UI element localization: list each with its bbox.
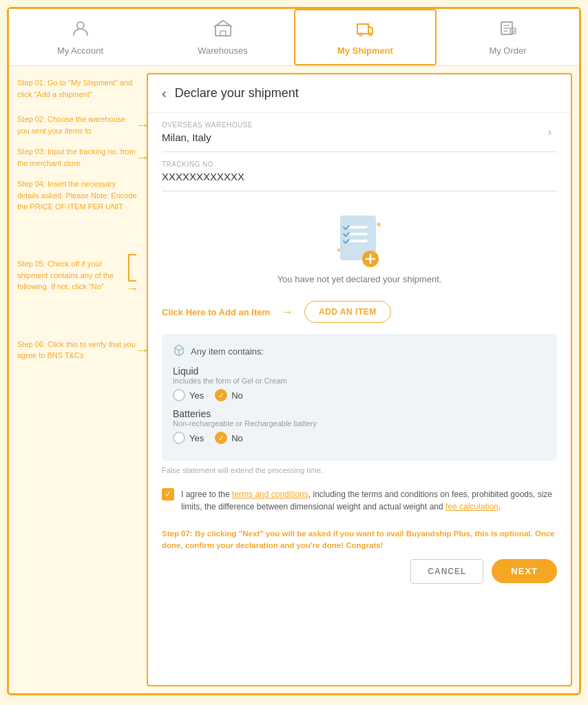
batteries-no-circle	[215, 432, 227, 444]
batteries-yes-option[interactable]: Yes	[173, 432, 204, 444]
svg-rect-10	[348, 240, 368, 242]
nav-item-my-order[interactable]: My Order	[437, 9, 579, 65]
empty-state: You have not yet declared your shipment.	[148, 191, 571, 301]
liquid-no-option[interactable]: No	[215, 389, 243, 401]
batteries-sub: Non-rechargeable or Rechargeable battery	[173, 419, 546, 428]
bottom-section: Step 07: By clicking "Next" you will be …	[148, 521, 571, 593]
svg-rect-8	[348, 226, 368, 229]
step-07-text: Step 07: By clicking "Next" you will be …	[162, 528, 557, 552]
next-button[interactable]: NEXT	[492, 559, 557, 583]
back-arrow[interactable]: ‹	[162, 85, 167, 101]
batteries-label: Batteries	[173, 408, 546, 419]
liquid-label: Liquid	[173, 366, 546, 377]
warehouse-arrow: ›	[548, 126, 552, 138]
svg-point-0	[77, 22, 84, 29]
liquid-no-circle	[215, 389, 227, 401]
step-01: Step 01: Go to "My Shipment" and click "…	[17, 77, 138, 100]
svg-rect-2	[220, 31, 226, 36]
item-contains-title: Any item contains:	[173, 344, 546, 359]
shipment-icon	[355, 19, 376, 43]
step-05-container: Step 05: Check off if your shipment cont…	[17, 254, 138, 297]
warehouse-value: Milan, Italy	[162, 131, 557, 143]
order-icon	[498, 19, 518, 43]
liquid-row: Liquid Includes the form of Gel or Cream…	[173, 366, 546, 401]
step-06-container: Step 06: Click this to verify that you a…	[17, 339, 138, 361]
step-03-container: Step 03: Input the tracking no. from the…	[17, 146, 138, 169]
batteries-yes-circle	[173, 432, 185, 444]
batteries-no-option[interactable]: No	[215, 432, 243, 444]
form-title: Declare your shipment	[175, 86, 299, 101]
nav-label-my-shipment: My Shipment	[337, 45, 393, 56]
liquid-radio-row: Yes No	[173, 389, 546, 401]
contains-title-text: Any item contains:	[191, 346, 264, 357]
agreement-text: I agree to the terms and conditions, inc…	[181, 488, 557, 513]
agreement-checkbox[interactable]: ✓	[162, 488, 174, 501]
step-06-arrow: →	[136, 340, 149, 359]
box-icon	[173, 344, 185, 359]
svg-rect-9	[348, 233, 368, 235]
add-item-button[interactable]: ADD AN ITEM	[304, 301, 391, 323]
item-contains-box: Any item contains: Liquid Includes the f…	[162, 334, 557, 461]
liquid-yes-circle	[173, 389, 185, 401]
nav-label-my-order: My Order	[489, 45, 526, 56]
batteries-radio-row: Yes No	[173, 432, 546, 444]
step-04: Step 04: Insert the necessary details as…	[17, 178, 138, 213]
svg-point-12	[377, 222, 381, 227]
warehouse-field[interactable]: OVERSEAS WAREHOUSE Milan, Italy ›	[162, 113, 557, 152]
step-05-bracket	[128, 254, 136, 282]
add-item-label-arrow: →	[281, 305, 293, 319]
nav-item-warehouses[interactable]: Warehouses	[151, 9, 294, 65]
form-section: OVERSEAS WAREHOUSE Milan, Italy › TRACKI…	[148, 113, 571, 191]
step-05-arrow: →	[126, 280, 138, 297]
tracking-field[interactable]: TRACKING NO. XXXXXXXXXXXX	[162, 152, 557, 191]
liquid-sub: Includes the form of Gel or Cream	[173, 377, 546, 385]
step-03: Step 03: Input the tracking no. from the…	[17, 146, 138, 169]
step-02-container: Step 02: Choose the warehouse you sent y…	[17, 114, 138, 136]
step-02: Step 02: Choose the warehouse you sent y…	[17, 114, 138, 136]
batteries-row: Batteries Non-rechargeable or Rechargeab…	[173, 408, 546, 444]
false-statement-note: False statement will extend the processi…	[148, 461, 571, 480]
bottom-buttons: CANCEL NEXT	[162, 559, 557, 584]
empty-state-text: You have not yet declared your shipment.	[277, 274, 442, 284]
tracking-label: TRACKING NO.	[162, 160, 557, 168]
warehouse-icon	[213, 19, 233, 43]
svg-point-13	[337, 249, 341, 252]
declare-header: ‹ Declare your shipment	[148, 74, 571, 113]
step-05: Step 05: Check off if your shipment cont…	[17, 260, 114, 291]
agreement-section: ✓ I agree to the terms and conditions, i…	[148, 480, 571, 521]
nav-label-my-account: My Account	[57, 45, 103, 56]
step-02-arrow: →	[136, 115, 149, 134]
fee-calc-link[interactable]: fee calculation	[445, 502, 498, 512]
terms-link[interactable]: terms and conditions	[232, 490, 308, 499]
top-navigation: My Account Warehouses My Sh	[9, 9, 579, 66]
liquid-yes-option[interactable]: Yes	[173, 389, 204, 401]
step-03-arrow: →	[136, 147, 149, 167]
account-icon	[71, 19, 90, 43]
nav-item-my-shipment[interactable]: My Shipment	[294, 9, 437, 65]
step-06: Step 06: Click this to verify that you a…	[17, 339, 138, 361]
sidebar: Step 01: Go to "My Shipment" and click "…	[9, 66, 147, 693]
nav-item-my-account[interactable]: My Account	[9, 9, 151, 65]
nav-label-warehouses: Warehouses	[198, 45, 248, 56]
tracking-value: XXXXXXXXXXXX	[162, 171, 557, 182]
cancel-button[interactable]: CANCEL	[410, 559, 483, 584]
checklist-illustration	[332, 212, 387, 274]
add-item-label: Click Here to Add an Item	[162, 307, 270, 317]
add-item-row: Click Here to Add an Item → ADD AN ITEM	[148, 301, 571, 334]
content-area: ‹ Declare your shipment OVERSEAS WAREHOU…	[147, 73, 572, 686]
warehouse-label: OVERSEAS WAREHOUSE	[162, 121, 557, 129]
